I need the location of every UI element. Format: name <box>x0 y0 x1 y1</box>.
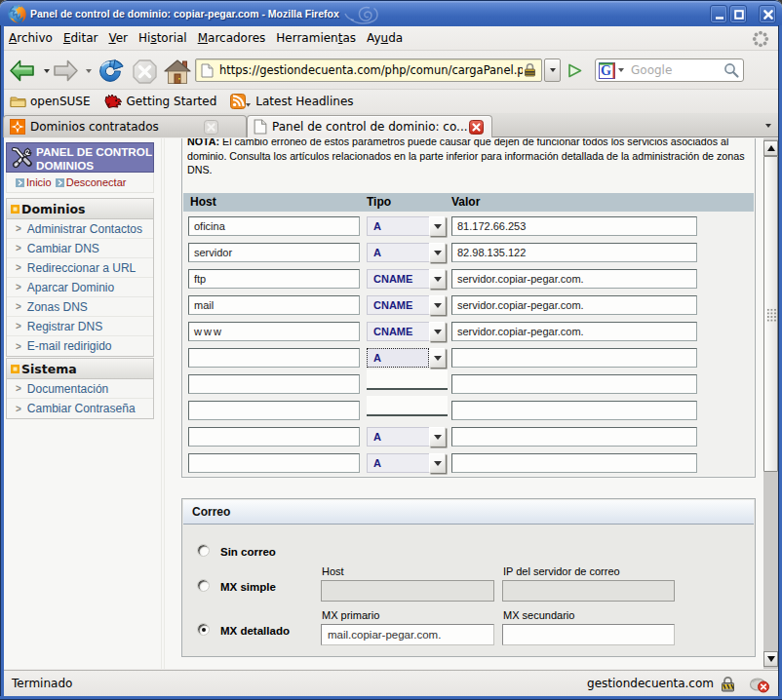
scroll-up-button[interactable] <box>763 140 778 156</box>
dns-host-input-5[interactable]: www <box>188 322 360 341</box>
dns-valor-input-1[interactable]: 81.172.66.253 <box>451 216 697 236</box>
dns-tipo-select-10[interactable]: A <box>367 453 446 473</box>
radio-sin-correo[interactable] <box>197 544 210 557</box>
menu-historial[interactable]: Historial <box>134 28 192 48</box>
input-mx-simple-ip[interactable] <box>502 580 675 602</box>
maximize-button[interactable] <box>729 5 747 23</box>
google-engine-icon[interactable]: G <box>599 62 615 79</box>
dns-valor-input-5[interactable]: servidor.copiar-pegar.com. <box>451 322 697 341</box>
status-ssl-lock-icon[interactable] <box>719 676 737 692</box>
bookmark-opensuse[interactable]: openSUSE <box>10 95 91 108</box>
menu-archivo[interactable]: Archivo <box>4 28 58 48</box>
sidebar-item-administrar-contactos[interactable]: >Administrar Contactos <box>7 219 153 239</box>
url-bar[interactable]: https://gestiondecuenta.com/php/comun/ca… <box>195 58 542 82</box>
forward-history-dropdown[interactable] <box>86 69 92 73</box>
sidebar-link-desconectar[interactable]: Desconectar <box>66 176 127 188</box>
home-button[interactable] <box>164 58 191 85</box>
dns-host-input-6[interactable] <box>188 348 360 368</box>
page-scrollbar[interactable] <box>763 138 778 669</box>
minimize-button[interactable] <box>710 5 727 23</box>
search-go-icon[interactable] <box>723 61 740 79</box>
close-button[interactable] <box>759 5 776 23</box>
sidebar-item-redireccionar-url[interactable]: >Redireccionar a URL <box>7 258 153 278</box>
select-arrow-button[interactable] <box>429 295 446 315</box>
radio-mx-simple[interactable] <box>197 579 210 592</box>
dns-host-input-2[interactable]: servidor <box>188 243 360 262</box>
sidebar-link-inicio[interactable]: Inicio <box>26 176 52 188</box>
dns-tipo-select-2[interactable]: A <box>367 243 446 262</box>
dns-host-input-9[interactable] <box>188 427 360 447</box>
dns-valor-input-7[interactable] <box>451 374 697 394</box>
dns-host-input-1[interactable]: oficina <box>188 216 360 236</box>
item-chevron-icon: > <box>16 301 21 312</box>
url-history-dropdown[interactable] <box>544 58 561 82</box>
dns-host-input-7[interactable] <box>188 374 360 394</box>
dns-host-input-3[interactable]: ftp <box>188 269 360 289</box>
dns-valor-input-6[interactable] <box>451 348 697 368</box>
back-history-dropdown[interactable] <box>44 69 50 73</box>
tab-close-icon-active[interactable] <box>469 120 484 135</box>
menu-herramientas[interactable]: Herramientas <box>271 28 361 48</box>
dns-valor-input-8[interactable] <box>451 401 697 420</box>
tab-panel-de-control[interactable]: Panel de control de dominio: co... <box>247 115 492 137</box>
input-mx-simple-host[interactable] <box>321 580 494 602</box>
reload-button[interactable] <box>98 58 124 84</box>
bookmarks-bar: openSUSE Getting Started Latest Headline… <box>4 90 778 114</box>
sidebar-item-cambiar-contrasena[interactable]: >Cambiar Contraseña <box>7 399 153 418</box>
dns-valor-input-10[interactable] <box>451 453 697 473</box>
menu-ayuda[interactable]: Ayuda <box>362 28 408 48</box>
search-input[interactable]: Google <box>631 63 723 77</box>
dns-tipo-select-1[interactable]: A <box>367 216 446 236</box>
tab-dominios-contratados[interactable]: Dominios contratados <box>3 115 247 137</box>
input-mx-secundario[interactable] <box>502 624 675 645</box>
dns-tipo-select-5[interactable]: CNAME <box>367 322 446 341</box>
dns-tipo-select-4[interactable]: CNAME <box>367 295 446 315</box>
menu-marcadores[interactable]: Marcadores <box>193 28 271 48</box>
dns-tipo-select-7[interactable] <box>367 369 448 390</box>
back-button[interactable] <box>8 58 37 84</box>
sidebar-item-zonas-dns[interactable]: >Zonas DNS <box>7 297 153 317</box>
sidebar-item-aparcar-dominio[interactable]: >Aparcar Dominio <box>7 278 153 297</box>
scroll-down-button[interactable] <box>763 651 778 667</box>
select-arrow-button[interactable] <box>429 427 446 447</box>
stop-button[interactable] <box>132 58 158 84</box>
dns-tipo-select-8[interactable] <box>367 396 448 416</box>
sidebar-item-cambiar-dns[interactable]: >Cambiar DNS <box>7 239 153 258</box>
select-arrow-button[interactable] <box>429 216 446 236</box>
sidebar-item-email-redirigido[interactable]: >E-mail redirigido <box>7 336 153 356</box>
menu-editar[interactable]: Editar <box>59 28 103 48</box>
forward-button[interactable] <box>51 58 80 84</box>
dns-valor-input-9[interactable] <box>451 427 697 447</box>
scroll-thumb[interactable] <box>763 156 778 472</box>
titlebar[interactable]: Panel de control de dominio: copiar-pega… <box>0 0 782 26</box>
select-arrow-button[interactable] <box>429 243 446 262</box>
firefox-window-icon[interactable] <box>7 4 27 24</box>
sidebar-item-registrar-dns[interactable]: >Registrar DNS <box>7 317 153 336</box>
select-arrow-button[interactable] <box>429 348 446 368</box>
dns-valor-input-3[interactable]: servidor.copiar-pegar.com. <box>451 269 697 289</box>
dns-valor-input-2[interactable]: 82.98.135.122 <box>451 243 697 262</box>
input-mx-primario[interactable]: mail.copiar-pegar.com. <box>321 624 494 645</box>
search-engine-dropdown[interactable] <box>618 68 624 72</box>
bookmark-getting-started[interactable]: Getting Started <box>104 94 217 109</box>
dns-host-input-4[interactable]: mail <box>188 295 360 315</box>
tab-list-dropdown[interactable] <box>765 124 771 128</box>
select-arrow-button[interactable] <box>429 269 446 289</box>
go-button[interactable] <box>566 61 588 80</box>
radio-mx-detallado[interactable] <box>197 623 210 636</box>
status-corner-icon[interactable] <box>749 675 770 693</box>
sidebar-item-documentacion[interactable]: >Documentación <box>7 379 153 399</box>
dns-host-input-10[interactable] <box>188 453 360 473</box>
dns-tipo-select-6-focused[interactable]: A <box>367 348 446 368</box>
search-box[interactable]: G Google <box>595 58 744 82</box>
select-arrow-button[interactable] <box>429 322 446 341</box>
tab-close-icon[interactable] <box>204 120 218 135</box>
dns-host-input-8[interactable] <box>188 401 360 420</box>
bookmark-latest-headlines[interactable]: Latest Headlines <box>230 94 353 109</box>
dns-valor-input-4[interactable]: servidor.copiar-pegar.com. <box>451 295 697 315</box>
select-arrow-button[interactable] <box>429 453 446 473</box>
url-text[interactable]: https://gestiondecuenta.com/php/comun/ca… <box>219 63 523 77</box>
dns-tipo-select-9[interactable]: A <box>367 427 446 447</box>
dns-tipo-select-3[interactable]: CNAME <box>367 269 446 289</box>
menu-ver[interactable]: Ver <box>103 28 133 48</box>
